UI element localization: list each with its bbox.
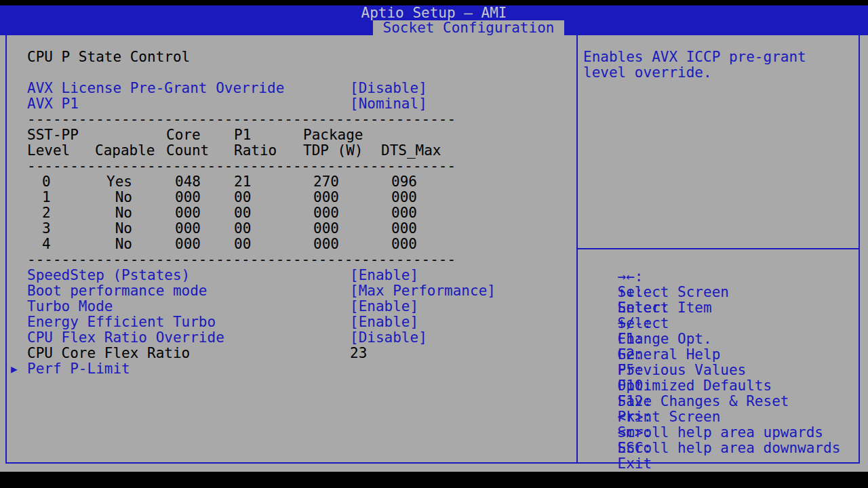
- cell-level: 1: [27, 190, 95, 205]
- cell-package-tdp: 000: [303, 237, 381, 252]
- submenu-arrow-icon: ▶: [11, 361, 27, 377]
- option-label: CPU Core Flex Ratio: [27, 346, 350, 361]
- hotkey-label: F2:: [618, 346, 644, 363]
- cell-p1-ratio: 00: [234, 205, 303, 221]
- option-value: [Enable]: [350, 299, 418, 314]
- column-header: Level: [27, 143, 95, 159]
- column-header: DTS_Max: [381, 143, 576, 159]
- column-header: Core: [166, 127, 234, 143]
- bottom-bezel: [0, 472, 868, 488]
- cell-core-count: 048: [166, 174, 234, 190]
- tab-label: Socket Configuration: [383, 20, 555, 36]
- column-header: Capable: [95, 143, 166, 159]
- cell-package-tdp: 270: [303, 174, 381, 190]
- option-item-avx-license-pre-grant-override[interactable]: ▶ AVX License Pre-Grant Override [Disabl…: [27, 81, 576, 96]
- option-label: Boot performance mode: [27, 283, 350, 299]
- sst-table-row: 3 No 000 00 000 000: [27, 221, 576, 237]
- sst-table-row: 4 No 000 00 000 000: [27, 237, 576, 252]
- help-text: Enables AVX ICCP pre-grant level overrid…: [578, 35, 859, 248]
- cell-capable: Yes: [95, 174, 166, 190]
- hotkey-label: F10:: [618, 378, 652, 394]
- cell-core-count: 000: [166, 221, 234, 237]
- hotkey-label: F5:: [618, 362, 644, 378]
- option-value: 23: [350, 346, 367, 361]
- option-item-cpu-flex-ratio-override[interactable]: ▶ CPU Flex Ratio Override [Disable]: [27, 330, 576, 346]
- cell-package-tdp: 000: [303, 221, 381, 237]
- tab-bar: Socket Configuration: [0, 20, 868, 35]
- cell-p1-ratio: 00: [234, 190, 303, 205]
- option-item-avx-p1[interactable]: ▶ AVX P1 [Nominal]: [27, 96, 576, 112]
- hotkey-label: <m>:: [618, 424, 652, 441]
- sst-table-row: 2 No 000 00 000 000: [27, 205, 576, 221]
- cell-capable: No: [95, 237, 166, 252]
- tab-socket-configuration[interactable]: Socket Configuration: [373, 20, 564, 35]
- options-top-list: ▶ AVX License Pre-Grant Override [Disabl…: [27, 81, 576, 112]
- sst-table-header-row2: Level Capable Count Ratio TDP (W) DTS_Ma…: [27, 143, 576, 159]
- option-item-boot-performance-mode[interactable]: ▶ Boot performance mode [Max Performance…: [27, 283, 576, 299]
- column-header: P1: [234, 127, 303, 143]
- option-label: Energy Efficient Turbo: [27, 314, 350, 330]
- column-header: [381, 127, 576, 143]
- column-header: TDP (W): [303, 143, 381, 159]
- hotkey-action: Exit: [618, 455, 652, 472]
- cell-package-tdp: 000: [303, 190, 381, 205]
- app-title: Aptio Setup – AMI: [361, 5, 507, 21]
- cell-core-count: 000: [166, 205, 234, 221]
- cell-level: 4: [27, 237, 95, 252]
- option-label: AVX License Pre-Grant Override: [27, 81, 350, 96]
- option-label: Turbo Mode: [27, 299, 350, 314]
- option-label: AVX P1: [27, 96, 350, 112]
- hotkey-label: ESC:: [618, 440, 652, 456]
- section-title: CPU P State Control: [27, 49, 576, 65]
- cell-p1-ratio: 00: [234, 237, 303, 252]
- separator-line: ----------------------------------------…: [27, 159, 576, 174]
- option-value: [Max Performance]: [350, 283, 496, 299]
- info-item-cpu-core-flex-ratio: ▶ CPU Core Flex Ratio 23: [27, 346, 576, 361]
- cell-level: 0: [27, 174, 95, 190]
- cell-package-tdp: 000: [303, 205, 381, 221]
- main-frame: CPU P State Control ▶ AVX License Pre-Gr…: [5, 35, 860, 464]
- submenu-item-perf-p-limit[interactable]: ▶ Perf P-Limit: [27, 361, 576, 377]
- hotkey-label: <k>:: [618, 409, 652, 425]
- titlebar: Aptio Setup – AMI: [0, 5, 868, 20]
- sst-table-row: 0 Yes 048 21 270 096: [27, 174, 576, 190]
- hotkey-label: Enter:: [618, 300, 669, 316]
- column-header: SST-PP: [27, 127, 166, 143]
- cell-capable: No: [95, 221, 166, 237]
- cell-dts-max: 096: [381, 174, 576, 190]
- cell-core-count: 000: [166, 237, 234, 252]
- hotkey-item: →←: Select Screen: [583, 253, 859, 269]
- option-value: [Enable]: [350, 268, 418, 283]
- cell-core-count: 000: [166, 190, 234, 205]
- sst-table-header-row1: SST-PP Core P1 Package: [27, 127, 576, 143]
- cell-p1-ratio: 00: [234, 221, 303, 237]
- option-item-turbo-mode[interactable]: ▶ Turbo Mode [Enable]: [27, 299, 576, 314]
- hotkey-label: ↑↓:: [618, 284, 644, 300]
- cell-level: 2: [27, 205, 95, 221]
- hotkey-label: F12:: [618, 393, 652, 409]
- settings-pane: CPU P State Control ▶ AVX License Pre-Gr…: [7, 35, 576, 462]
- cell-level: 3: [27, 221, 95, 237]
- hotkey-label: +/-:: [618, 315, 652, 331]
- option-item-speedstep-pstates-[interactable]: ▶ SpeedStep (Pstates) [Enable]: [27, 268, 576, 283]
- option-label: CPU Flex Ratio Override: [27, 330, 350, 346]
- option-item-energy-efficient-turbo[interactable]: ▶ Energy Efficient Turbo [Enable]: [27, 314, 576, 330]
- cell-dts-max: 000: [381, 221, 576, 237]
- sst-table-body: 0 Yes 048 21 270 096 1 No 000 00 000 000…: [27, 174, 576, 252]
- separator-line: ----------------------------------------…: [27, 252, 576, 268]
- sst-table-row: 1 No 000 00 000 000: [27, 190, 576, 205]
- hotkey-label: F1:: [618, 331, 644, 347]
- separator-line: ----------------------------------------…: [27, 112, 576, 127]
- option-value: [Disable]: [350, 330, 427, 346]
- cell-capable: No: [95, 205, 166, 221]
- cell-dts-max: 000: [381, 237, 576, 252]
- option-label: SpeedStep (Pstates): [27, 268, 350, 283]
- option-value: [Enable]: [350, 314, 418, 330]
- hotkey-label: →←:: [618, 268, 644, 285]
- option-label: Perf P-Limit: [27, 361, 350, 377]
- cell-dts-max: 000: [381, 190, 576, 205]
- option-value: [Disable]: [350, 81, 427, 96]
- column-header: Ratio: [234, 143, 303, 159]
- cell-capable: No: [95, 190, 166, 205]
- column-header: Count: [166, 143, 234, 159]
